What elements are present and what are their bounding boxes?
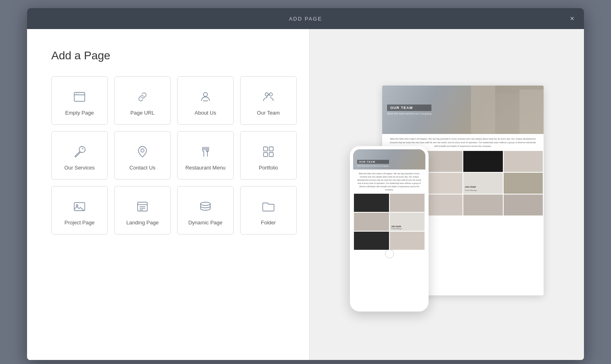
card-empty-page-label: Empty Page bbox=[65, 110, 94, 116]
wrench-icon bbox=[72, 144, 87, 159]
modal-body: Add a Page Empty Page Page URL bbox=[27, 29, 584, 360]
card-project-page[interactable]: Project Page bbox=[51, 186, 108, 234]
card-restaurant-menu-label: Restaurant Menu bbox=[185, 165, 226, 171]
svg-point-8 bbox=[141, 149, 144, 152]
card-page-url-label: Page URL bbox=[130, 110, 155, 116]
mobile-header: OUR TEAM Meet the team behind our compan… bbox=[353, 149, 425, 169]
modal-container: ADD PAGE × Add a Page Empty Page bbox=[27, 8, 584, 360]
person-icon bbox=[198, 90, 213, 104]
card-our-team[interactable]: Our Team bbox=[240, 76, 297, 125]
card-folder[interactable]: Folder bbox=[240, 186, 297, 234]
card-contact-us[interactable]: Contact Us bbox=[114, 131, 171, 180]
modal-title: ADD PAGE bbox=[289, 16, 322, 22]
card-about-us[interactable]: About Us bbox=[177, 76, 234, 125]
card-folder-label: Folder bbox=[261, 220, 276, 226]
card-page-url[interactable]: Page URL bbox=[114, 76, 171, 125]
card-our-services[interactable]: Our Services bbox=[51, 131, 108, 180]
svg-rect-15 bbox=[264, 153, 268, 157]
card-our-services-label: Our Services bbox=[64, 165, 94, 171]
desktop-team-badge: OUR TEAM bbox=[387, 105, 431, 111]
close-button[interactable]: × bbox=[568, 13, 576, 24]
panel-title: Add a Page bbox=[51, 49, 285, 62]
image-icon bbox=[72, 199, 87, 214]
browser-icon bbox=[72, 90, 87, 104]
svg-rect-0 bbox=[74, 92, 85, 101]
mobile-home-button bbox=[385, 249, 394, 258]
link-icon bbox=[135, 90, 150, 104]
right-panel: OUR TEAM Meet the team behind our compan… bbox=[310, 29, 584, 360]
card-dynamic-page[interactable]: Dynamic Page bbox=[177, 186, 234, 234]
svg-point-24 bbox=[201, 202, 210, 205]
card-portfolio-label: Portfolio bbox=[259, 165, 278, 171]
fork-knife-icon bbox=[198, 144, 213, 159]
card-contact-us-label: Contact Us bbox=[130, 165, 155, 171]
modal-header: ADD PAGE × bbox=[27, 8, 584, 29]
mobile-photo-grid: John Smith Product Manager bbox=[353, 194, 425, 250]
mobile-preview: OUR TEAM Meet the team behind our compan… bbox=[350, 146, 429, 312]
card-landing-page[interactable]: Landing Page bbox=[114, 186, 171, 234]
database-icon bbox=[198, 199, 213, 214]
card-restaurant-menu[interactable]: Restaurant Menu bbox=[177, 131, 234, 180]
card-project-page-label: Project Page bbox=[65, 220, 94, 226]
mobile-home-bar bbox=[353, 250, 425, 258]
preview-area: OUR TEAM Meet the team behind our compan… bbox=[350, 77, 544, 312]
card-about-us-label: About Us bbox=[195, 110, 216, 116]
grid-icon bbox=[261, 144, 276, 159]
page-grid: Empty Page Page URL About Us bbox=[51, 76, 285, 234]
mobile-inner: OUR TEAM Meet the team behind our compan… bbox=[353, 149, 425, 308]
card-our-team-label: Our Team bbox=[257, 110, 280, 116]
left-panel: Add a Page Empty Page Page URL bbox=[27, 29, 310, 360]
mobile-team-badge: OUR TEAM bbox=[357, 160, 389, 164]
card-portfolio[interactable]: Portfolio bbox=[240, 131, 297, 180]
svg-point-18 bbox=[76, 205, 78, 206]
card-landing-page-label: Landing Page bbox=[126, 220, 159, 226]
mobile-description: Meet the folks who make it all happen. W… bbox=[353, 169, 425, 194]
svg-rect-16 bbox=[269, 153, 273, 157]
svg-rect-13 bbox=[264, 147, 268, 151]
location-icon bbox=[135, 144, 150, 159]
svg-rect-14 bbox=[269, 147, 273, 151]
lines-icon bbox=[135, 199, 150, 214]
card-empty-page[interactable]: Empty Page bbox=[51, 76, 108, 125]
desktop-header-image: OUR TEAM Meet the team behind our compan… bbox=[382, 86, 544, 134]
svg-rect-17 bbox=[74, 203, 85, 211]
card-dynamic-page-label: Dynamic Page bbox=[188, 220, 223, 226]
svg-point-4 bbox=[203, 92, 207, 96]
folder-icon bbox=[261, 199, 276, 214]
team-icon bbox=[261, 90, 276, 104]
